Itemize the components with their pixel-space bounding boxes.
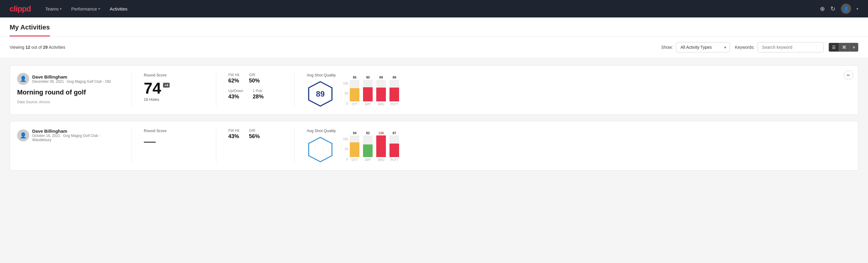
bar-fill-ott-2 xyxy=(350,142,360,157)
avatar-icon: 👤 xyxy=(20,132,27,139)
hexagon-shape xyxy=(307,136,334,163)
gir-stat: GIR 50% xyxy=(249,73,260,84)
bar-fill-app-2 xyxy=(363,144,373,157)
bar-value-putt: 89 xyxy=(393,76,396,79)
keywords-input[interactable] xyxy=(757,42,824,52)
user-avatar-nav[interactable]: 👤 xyxy=(841,4,851,14)
round-score-label: Round Score xyxy=(144,73,204,77)
viewing-count: 12 xyxy=(26,45,30,50)
score-value: 74 xyxy=(144,80,161,96)
gir-value: 50% xyxy=(249,78,260,84)
hexagon-container: 89 xyxy=(307,80,334,108)
user-info: Dave Billingham December 05, 2021 · Gog … xyxy=(32,74,111,84)
view-btn-list[interactable]: ≡ xyxy=(850,43,858,52)
bar-top-ott xyxy=(350,88,360,89)
bars-container: 85 OTT 90 xyxy=(350,82,399,106)
activities-content: ✏ 👤 Dave Billingham December 05, 2021 · … xyxy=(0,58,868,184)
nav-right: ⊕ ↻ 👤 ▾ xyxy=(820,4,858,14)
y-axis-2: 100 50 0 xyxy=(343,138,348,162)
svg-marker-1 xyxy=(309,138,332,162)
gir-stat: GIR 56% xyxy=(249,128,260,140)
bar-fill-arg xyxy=(376,88,386,101)
bar-group-putt-2: 87 PUTT xyxy=(390,131,399,162)
activity-card: ✏ 👤 Dave Billingham December 05, 2021 · … xyxy=(10,65,858,115)
gir-value: 56% xyxy=(249,133,260,140)
divider xyxy=(131,128,132,163)
avatar: 👤 xyxy=(17,73,29,85)
fw-hit-stat: FW Hit 62% xyxy=(228,73,239,84)
view-btn-list-compact[interactable]: ☰ xyxy=(829,43,839,52)
activity-type-select-wrapper: All Activity Types xyxy=(676,42,730,52)
nav-item-activities[interactable]: Activities xyxy=(110,5,127,12)
quality-left: Avg Shot Quality xyxy=(307,128,336,163)
score-section: Round Score xyxy=(144,128,204,148)
y-label-100: 100 xyxy=(343,138,348,141)
stats-section: FW Hit 43% GIR 56% xyxy=(228,128,282,144)
up-down-stat: Up/Down 43% xyxy=(228,89,243,100)
page-title: My Activities xyxy=(10,24,50,36)
user-row: 👤 Dave Billingham October 16, 2021 · Gog… xyxy=(17,128,119,142)
bar-wrapper-putt-2 xyxy=(390,136,399,157)
view-mode-buttons: ☰ ⌘ ≡ xyxy=(829,43,858,52)
bar-group-putt: 89 PUTT xyxy=(390,76,399,106)
nav-label-activities: Activities xyxy=(110,6,127,11)
bars-container-2: 94 OTT 82 APP xyxy=(350,138,399,162)
user-info: Dave Billingham October 16, 2021 · Gog M… xyxy=(32,128,119,142)
activity-card: 👤 Dave Billingham October 16, 2021 · Gog… xyxy=(10,121,858,171)
x-label-ott: OTT xyxy=(351,103,358,106)
score-line xyxy=(144,136,204,148)
one-putt-label: 1 Putt xyxy=(253,89,264,93)
nav-item-teams[interactable]: Teams ▾ xyxy=(45,5,62,12)
x-label-putt-2: PUTT xyxy=(391,158,398,162)
divider xyxy=(294,128,295,163)
bar-top-arg xyxy=(376,88,386,88)
bar-wrapper-arg-2 xyxy=(376,136,386,157)
stats-section: FW Hit 62% GIR 50% Up/Down 43% 1 Putt 28… xyxy=(228,73,282,105)
stat-row-1: FW Hit 43% GIR 56% xyxy=(228,128,282,140)
score-badge: +4 xyxy=(163,83,170,88)
bar-wrapper-putt xyxy=(390,80,399,101)
card-left: 👤 Dave Billingham December 05, 2021 · Go… xyxy=(17,73,119,104)
chart-inner: 100 50 0 85 xyxy=(343,76,851,106)
view-btn-grid[interactable]: ⌘ xyxy=(839,43,850,52)
viewing-prefix: Viewing xyxy=(10,45,26,50)
refresh-icon[interactable]: ↻ xyxy=(830,5,836,12)
quality-section: Avg Shot Quality 89 100 50 xyxy=(307,73,851,108)
avg-shot-quality-label: Avg Shot Quality xyxy=(307,73,336,77)
bar-group-arg-2: 106 ARG xyxy=(376,131,386,162)
x-label-ott-2: OTT xyxy=(351,158,358,162)
up-down-value: 43% xyxy=(228,94,243,100)
score-section: Round Score 74 +4 18 Holes xyxy=(144,73,204,102)
quality-left: Avg Shot Quality 89 xyxy=(307,73,336,108)
user-icon: 👤 xyxy=(843,6,849,12)
quality-section: Avg Shot Quality 100 50 0 xyxy=(307,128,851,163)
bar-chart: 100 50 0 85 xyxy=(343,75,851,106)
bar-value-app-2: 82 xyxy=(366,131,370,135)
hex-score: 89 xyxy=(316,89,325,99)
gir-label: GIR xyxy=(249,128,260,133)
bar-wrapper-arg xyxy=(376,80,386,101)
activity-type-select[interactable]: All Activity Types xyxy=(676,42,730,52)
score-display: 74 +4 xyxy=(144,80,204,96)
nav-label-performance: Performance xyxy=(71,6,97,11)
nav-item-performance[interactable]: Performance ▾ xyxy=(71,5,100,12)
add-icon[interactable]: ⊕ xyxy=(820,5,825,12)
edit-button[interactable]: ✏ xyxy=(844,70,853,80)
card-left: 👤 Dave Billingham October 16, 2021 · Gog… xyxy=(17,128,119,146)
user-menu-chevron[interactable]: ▾ xyxy=(857,7,858,11)
holes-text: 18 Holes xyxy=(144,97,204,102)
x-label-app: APP xyxy=(365,103,371,106)
bar-fill-putt-2 xyxy=(390,144,399,157)
logo[interactable]: clippd xyxy=(10,4,31,13)
one-putt-stat: 1 Putt 28% xyxy=(253,89,264,100)
fw-hit-label: FW Hit xyxy=(228,128,239,133)
fw-hit-value: 62% xyxy=(228,78,239,84)
show-label: Show: xyxy=(661,45,673,50)
user-name: Dave Billingham xyxy=(32,74,111,80)
bar-wrapper-ott-2 xyxy=(350,136,360,157)
user-date: October 16, 2021 · Gog Magog Golf Club -… xyxy=(32,134,119,142)
x-label-arg-2: ARG xyxy=(378,158,384,162)
chevron-down-icon: ▾ xyxy=(98,7,100,11)
bar-wrapper-ott xyxy=(350,80,360,101)
one-putt-value: 28% xyxy=(253,94,264,100)
